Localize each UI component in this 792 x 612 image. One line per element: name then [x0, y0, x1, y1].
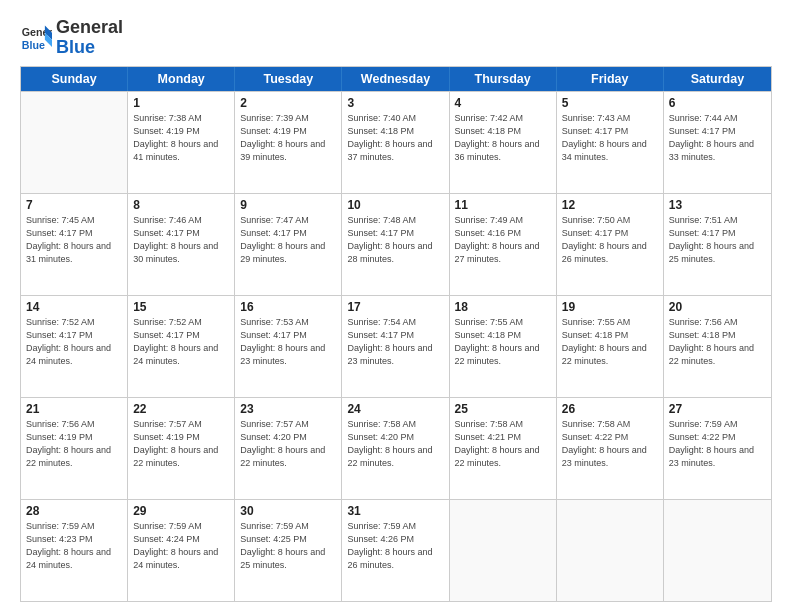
cal-cell-5-1: 28Sunrise: 7:59 AMSunset: 4:23 PMDayligh…	[21, 500, 128, 601]
cal-cell-3-7: 20Sunrise: 7:56 AMSunset: 4:18 PMDayligh…	[664, 296, 771, 397]
day-info: Sunrise: 7:43 AMSunset: 4:17 PMDaylight:…	[562, 112, 658, 164]
day-number: 19	[562, 300, 658, 314]
day-number: 16	[240, 300, 336, 314]
day-number: 12	[562, 198, 658, 212]
day-number: 18	[455, 300, 551, 314]
cal-cell-1-2: 1Sunrise: 7:38 AMSunset: 4:19 PMDaylight…	[128, 92, 235, 193]
cal-cell-2-3: 9Sunrise: 7:47 AMSunset: 4:17 PMDaylight…	[235, 194, 342, 295]
day-number: 24	[347, 402, 443, 416]
cal-cell-5-3: 30Sunrise: 7:59 AMSunset: 4:25 PMDayligh…	[235, 500, 342, 601]
cal-week-4: 21Sunrise: 7:56 AMSunset: 4:19 PMDayligh…	[21, 397, 771, 499]
cal-cell-4-5: 25Sunrise: 7:58 AMSunset: 4:21 PMDayligh…	[450, 398, 557, 499]
cal-week-3: 14Sunrise: 7:52 AMSunset: 4:17 PMDayligh…	[21, 295, 771, 397]
cal-cell-5-2: 29Sunrise: 7:59 AMSunset: 4:24 PMDayligh…	[128, 500, 235, 601]
day-info: Sunrise: 7:56 AMSunset: 4:18 PMDaylight:…	[669, 316, 766, 368]
day-number: 7	[26, 198, 122, 212]
day-info: Sunrise: 7:55 AMSunset: 4:18 PMDaylight:…	[562, 316, 658, 368]
day-info: Sunrise: 7:44 AMSunset: 4:17 PMDaylight:…	[669, 112, 766, 164]
day-info: Sunrise: 7:47 AMSunset: 4:17 PMDaylight:…	[240, 214, 336, 266]
cal-cell-1-5: 4Sunrise: 7:42 AMSunset: 4:18 PMDaylight…	[450, 92, 557, 193]
cal-week-1: 1Sunrise: 7:38 AMSunset: 4:19 PMDaylight…	[21, 91, 771, 193]
day-number: 23	[240, 402, 336, 416]
day-number: 13	[669, 198, 766, 212]
header: General Blue General Blue	[20, 18, 772, 58]
cal-header-wednesday: Wednesday	[342, 67, 449, 91]
day-number: 1	[133, 96, 229, 110]
logo-blue-text: Blue	[56, 38, 123, 58]
day-info: Sunrise: 7:58 AMSunset: 4:20 PMDaylight:…	[347, 418, 443, 470]
day-info: Sunrise: 7:52 AMSunset: 4:17 PMDaylight:…	[26, 316, 122, 368]
day-info: Sunrise: 7:46 AMSunset: 4:17 PMDaylight:…	[133, 214, 229, 266]
cal-cell-3-4: 17Sunrise: 7:54 AMSunset: 4:17 PMDayligh…	[342, 296, 449, 397]
day-number: 4	[455, 96, 551, 110]
cal-cell-3-5: 18Sunrise: 7:55 AMSunset: 4:18 PMDayligh…	[450, 296, 557, 397]
cal-header-sunday: Sunday	[21, 67, 128, 91]
day-number: 28	[26, 504, 122, 518]
day-number: 17	[347, 300, 443, 314]
day-info: Sunrise: 7:48 AMSunset: 4:17 PMDaylight:…	[347, 214, 443, 266]
cal-cell-4-7: 27Sunrise: 7:59 AMSunset: 4:22 PMDayligh…	[664, 398, 771, 499]
day-number: 10	[347, 198, 443, 212]
day-info: Sunrise: 7:59 AMSunset: 4:23 PMDaylight:…	[26, 520, 122, 572]
calendar-header: SundayMondayTuesdayWednesdayThursdayFrid…	[21, 67, 771, 91]
cal-cell-5-7	[664, 500, 771, 601]
day-number: 20	[669, 300, 766, 314]
day-info: Sunrise: 7:56 AMSunset: 4:19 PMDaylight:…	[26, 418, 122, 470]
cal-cell-2-4: 10Sunrise: 7:48 AMSunset: 4:17 PMDayligh…	[342, 194, 449, 295]
day-info: Sunrise: 7:49 AMSunset: 4:16 PMDaylight:…	[455, 214, 551, 266]
day-number: 14	[26, 300, 122, 314]
day-number: 6	[669, 96, 766, 110]
logo: General Blue General Blue	[20, 18, 123, 58]
cal-cell-2-6: 12Sunrise: 7:50 AMSunset: 4:17 PMDayligh…	[557, 194, 664, 295]
day-info: Sunrise: 7:51 AMSunset: 4:17 PMDaylight:…	[669, 214, 766, 266]
calendar: SundayMondayTuesdayWednesdayThursdayFrid…	[20, 66, 772, 602]
day-info: Sunrise: 7:40 AMSunset: 4:18 PMDaylight:…	[347, 112, 443, 164]
day-number: 25	[455, 402, 551, 416]
day-number: 15	[133, 300, 229, 314]
cal-header-friday: Friday	[557, 67, 664, 91]
day-number: 5	[562, 96, 658, 110]
day-info: Sunrise: 7:50 AMSunset: 4:17 PMDaylight:…	[562, 214, 658, 266]
svg-text:Blue: Blue	[22, 38, 45, 50]
cal-header-thursday: Thursday	[450, 67, 557, 91]
day-number: 27	[669, 402, 766, 416]
cal-cell-4-4: 24Sunrise: 7:58 AMSunset: 4:20 PMDayligh…	[342, 398, 449, 499]
cal-header-saturday: Saturday	[664, 67, 771, 91]
day-number: 8	[133, 198, 229, 212]
day-info: Sunrise: 7:45 AMSunset: 4:17 PMDaylight:…	[26, 214, 122, 266]
cal-cell-2-2: 8Sunrise: 7:46 AMSunset: 4:17 PMDaylight…	[128, 194, 235, 295]
cal-cell-4-2: 22Sunrise: 7:57 AMSunset: 4:19 PMDayligh…	[128, 398, 235, 499]
day-info: Sunrise: 7:39 AMSunset: 4:19 PMDaylight:…	[240, 112, 336, 164]
day-info: Sunrise: 7:59 AMSunset: 4:26 PMDaylight:…	[347, 520, 443, 572]
logo-general-text: General	[56, 18, 123, 38]
day-number: 26	[562, 402, 658, 416]
day-info: Sunrise: 7:59 AMSunset: 4:22 PMDaylight:…	[669, 418, 766, 470]
cal-cell-1-6: 5Sunrise: 7:43 AMSunset: 4:17 PMDaylight…	[557, 92, 664, 193]
page: General Blue General Blue SundayMondayTu…	[0, 0, 792, 612]
cal-header-tuesday: Tuesday	[235, 67, 342, 91]
cal-cell-1-3: 2Sunrise: 7:39 AMSunset: 4:19 PMDaylight…	[235, 92, 342, 193]
day-info: Sunrise: 7:54 AMSunset: 4:17 PMDaylight:…	[347, 316, 443, 368]
cal-week-5: 28Sunrise: 7:59 AMSunset: 4:23 PMDayligh…	[21, 499, 771, 601]
cal-cell-3-6: 19Sunrise: 7:55 AMSunset: 4:18 PMDayligh…	[557, 296, 664, 397]
day-info: Sunrise: 7:57 AMSunset: 4:19 PMDaylight:…	[133, 418, 229, 470]
day-info: Sunrise: 7:57 AMSunset: 4:20 PMDaylight:…	[240, 418, 336, 470]
day-number: 31	[347, 504, 443, 518]
day-number: 2	[240, 96, 336, 110]
day-number: 21	[26, 402, 122, 416]
day-info: Sunrise: 7:59 AMSunset: 4:25 PMDaylight:…	[240, 520, 336, 572]
day-info: Sunrise: 7:58 AMSunset: 4:21 PMDaylight:…	[455, 418, 551, 470]
cal-cell-5-5	[450, 500, 557, 601]
cal-cell-3-2: 15Sunrise: 7:52 AMSunset: 4:17 PMDayligh…	[128, 296, 235, 397]
day-number: 3	[347, 96, 443, 110]
cal-cell-1-4: 3Sunrise: 7:40 AMSunset: 4:18 PMDaylight…	[342, 92, 449, 193]
day-info: Sunrise: 7:52 AMSunset: 4:17 PMDaylight:…	[133, 316, 229, 368]
cal-cell-4-1: 21Sunrise: 7:56 AMSunset: 4:19 PMDayligh…	[21, 398, 128, 499]
day-info: Sunrise: 7:59 AMSunset: 4:24 PMDaylight:…	[133, 520, 229, 572]
day-info: Sunrise: 7:55 AMSunset: 4:18 PMDaylight:…	[455, 316, 551, 368]
cal-cell-5-4: 31Sunrise: 7:59 AMSunset: 4:26 PMDayligh…	[342, 500, 449, 601]
day-number: 11	[455, 198, 551, 212]
cal-header-monday: Monday	[128, 67, 235, 91]
cal-week-2: 7Sunrise: 7:45 AMSunset: 4:17 PMDaylight…	[21, 193, 771, 295]
cal-cell-1-1	[21, 92, 128, 193]
